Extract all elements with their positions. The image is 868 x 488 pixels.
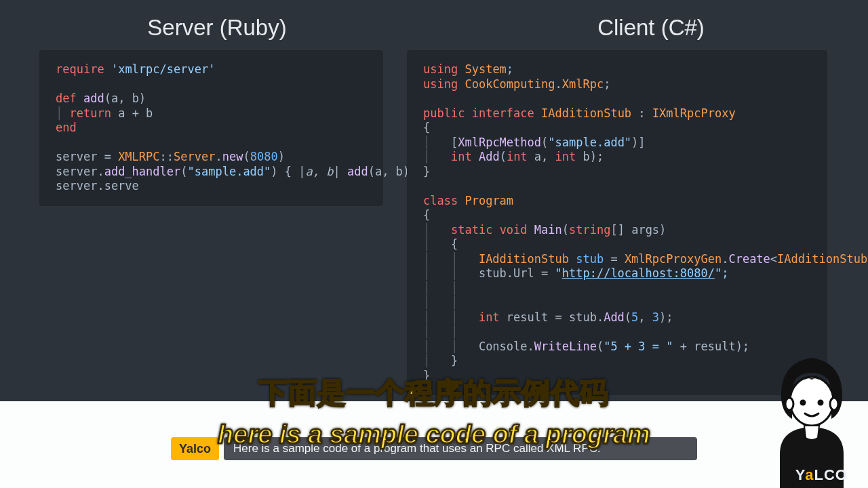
svg-point-1 [785,398,793,410]
code-block-csharp: using System; using CookComputing.XmlRpc… [407,50,827,395]
logo-yalco: YaLCO [795,466,848,484]
caption-chinese: 下面是一个程序的示例代码 [0,374,868,412]
caption-english: here is a sample code of a program [0,420,868,449]
svg-point-2 [830,398,838,410]
code-csharp: using System; using CookComputing.XmlRpc… [423,62,811,383]
svg-point-4 [818,400,824,406]
code-ruby: require 'xmlrpc/server' def add(a, b) │ … [56,62,367,194]
code-block-ruby: require 'xmlrpc/server' def add(a, b) │ … [39,50,383,206]
svg-point-0 [790,377,833,426]
column-title-server: Server (Ruby) [0,15,434,41]
column-title-client: Client (C#) [434,15,868,41]
svg-point-3 [800,400,806,406]
